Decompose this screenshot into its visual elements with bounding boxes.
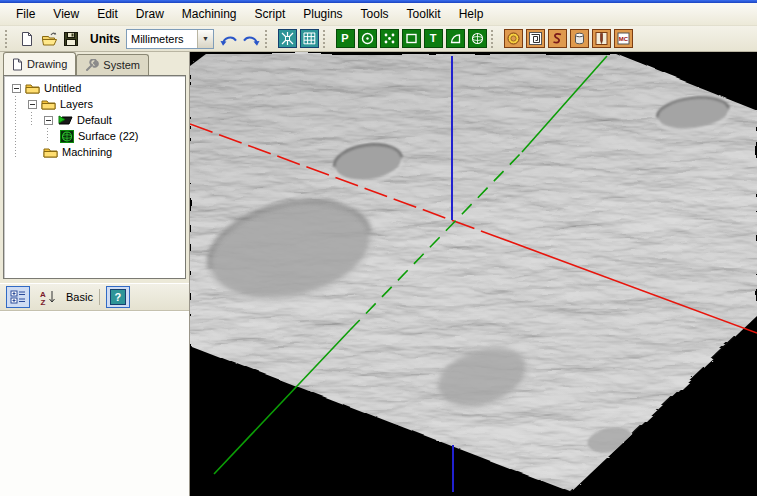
draw-surface-button[interactable] (466, 28, 488, 50)
grid-icon (300, 29, 319, 48)
main-area: Drawing System (0, 52, 757, 496)
units-label: Units (90, 32, 120, 46)
new-file-button[interactable] (16, 28, 38, 50)
tree-item-label: Machining (62, 146, 112, 158)
save-file-icon (63, 31, 79, 47)
coin-toolpath-button[interactable] (502, 28, 524, 50)
page-icon (12, 58, 23, 71)
collapse-icon[interactable] (44, 116, 53, 125)
collapse-icon[interactable] (28, 100, 37, 109)
polyline-icon: P (336, 29, 355, 48)
drill-toolpath-button[interactable] (590, 28, 612, 50)
menu-machining[interactable]: Machining (173, 4, 246, 24)
toolbar-grip[interactable] (491, 30, 498, 48)
viewport-3d[interactable] (190, 52, 757, 496)
redo-button[interactable] (240, 28, 262, 50)
menu-plugins[interactable]: Plugins (294, 4, 351, 24)
tab-system[interactable]: System (76, 54, 149, 75)
new-file-icon (19, 31, 35, 47)
menu-toolkit[interactable]: Toolkit (398, 4, 450, 24)
arc-icon (446, 29, 465, 48)
mc-code-text: MC (618, 36, 628, 42)
mc-code-icon: MC (614, 29, 633, 48)
units-combobox-value: Millimeters (127, 33, 184, 45)
draw-rectangle-button[interactable] (400, 28, 422, 50)
undo-button[interactable] (218, 28, 240, 50)
properties-panel (0, 311, 189, 496)
viewport-canvas (190, 52, 757, 496)
tab-drawing[interactable]: Drawing (3, 52, 76, 75)
categorized-view-button[interactable] (6, 286, 30, 308)
menu-edit[interactable]: Edit (88, 4, 127, 24)
cylinder-toolpath-button[interactable] (568, 28, 590, 50)
draw-polyline-button[interactable]: P (334, 28, 356, 50)
application-window: File View Edit Draw Machining Script Plu… (0, 0, 757, 496)
tree-item-untitled[interactable]: Untitled (6, 80, 185, 96)
menu-view[interactable]: View (44, 4, 88, 24)
folder-icon (43, 146, 58, 158)
properties-toolbar: A Z Basic ? (0, 283, 189, 311)
help-button[interactable]: ? (106, 286, 130, 308)
snap-point-button[interactable] (276, 28, 298, 50)
svg-text:Z: Z (41, 298, 46, 306)
tab-drawing-label: Drawing (27, 58, 67, 70)
tree-item-label: Default (77, 114, 112, 126)
menu-tools[interactable]: Tools (352, 4, 398, 24)
combo-dropdown-icon[interactable]: ▼ (197, 30, 213, 48)
surface-icon (60, 130, 74, 143)
units-combobox[interactable]: Millimeters ▼ (126, 29, 214, 49)
tree-item-default-layer[interactable]: Default (6, 112, 185, 128)
draw-points-button[interactable] (378, 28, 400, 50)
spiral-pocket-button[interactable] (524, 28, 546, 50)
spiral-pocket-icon (526, 29, 545, 48)
toolbar-grip[interactable] (265, 30, 272, 48)
contour-icon (548, 29, 567, 48)
tree-connector (31, 112, 32, 126)
drill-toolpath-icon (592, 29, 611, 48)
layer-icon (57, 114, 73, 126)
mc-code-button[interactable]: MC (612, 28, 634, 50)
drawing-tree: Untitled Layers Default (3, 75, 186, 279)
tree-item-label: Surface (22) (78, 130, 139, 142)
save-button[interactable] (60, 28, 82, 50)
sort-alphabetical-button[interactable]: A Z (36, 286, 60, 308)
tab-system-label: System (103, 59, 140, 71)
open-file-button[interactable] (38, 28, 60, 50)
menubar: File View Edit Draw Machining Script Plu… (0, 3, 757, 26)
sort-az-icon: A Z (39, 289, 57, 306)
collapse-icon[interactable] (12, 84, 21, 93)
circle-icon (358, 29, 377, 48)
redo-icon (242, 32, 260, 46)
folder-icon (25, 82, 40, 94)
grid-button[interactable] (298, 28, 320, 50)
categorized-icon (10, 289, 26, 305)
tree-item-layers[interactable]: Layers (6, 96, 185, 112)
main-toolbar: Units Millimeters ▼ (0, 26, 757, 52)
undo-icon (220, 32, 238, 46)
menu-draw[interactable]: Draw (127, 4, 173, 24)
tree-connector (15, 96, 16, 158)
draw-circle-button[interactable] (356, 28, 378, 50)
toolbar-grip[interactable] (5, 30, 12, 48)
draw-text-button[interactable]: T (422, 28, 444, 50)
tree-connector (47, 128, 48, 142)
menu-file[interactable]: File (7, 4, 44, 24)
view-mode-label: Basic (66, 291, 93, 303)
draw-arc-button[interactable] (444, 28, 466, 50)
contour-toolpath-button[interactable] (546, 28, 568, 50)
menu-script[interactable]: Script (246, 4, 295, 24)
tree-item-label: Layers (60, 98, 93, 110)
rectangle-icon (402, 29, 421, 48)
tree-item-machining[interactable]: Machining (6, 144, 185, 160)
surface-sphere-icon (468, 29, 487, 48)
separator (99, 289, 100, 305)
coin-toolpath-icon (504, 29, 523, 48)
folder-icon (41, 98, 56, 110)
snap-point-icon (278, 29, 297, 48)
wrench-icon (85, 59, 99, 72)
tree-item-surface[interactable]: Surface (22) (6, 128, 185, 144)
tree-item-label: Untitled (44, 82, 81, 94)
menu-help[interactable]: Help (450, 4, 493, 24)
text-icon: T (424, 29, 443, 48)
toolbar-grip[interactable] (323, 30, 330, 48)
